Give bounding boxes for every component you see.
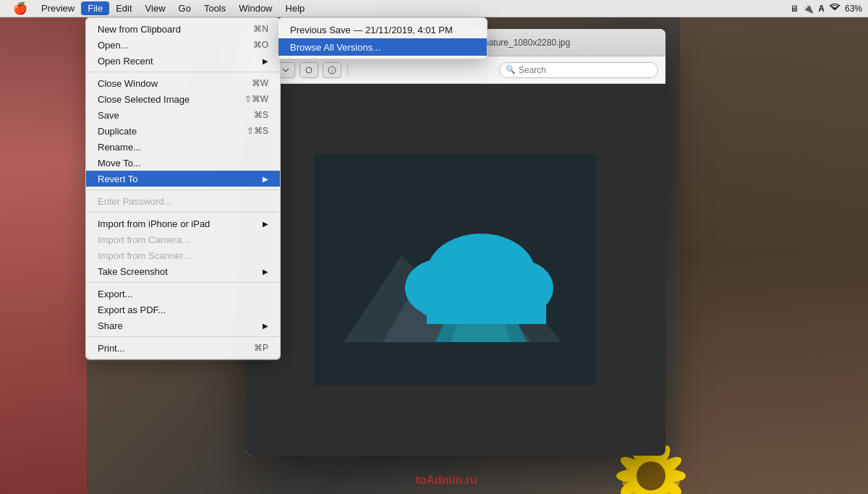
toolbar-search[interactable]: 🔍 — [499, 62, 658, 78]
monitor-icon: 🖥 — [790, 4, 799, 14]
menu-revert-to-label: Revert To — [98, 174, 137, 184]
menubar-go[interactable]: Go — [172, 1, 197, 15]
battery-plugin-icon: 🔌 — [803, 4, 814, 14]
menubar-view[interactable]: View — [139, 1, 172, 15]
menu-import-camera: Import from Camera... — [86, 231, 280, 247]
font-icon: A — [818, 4, 825, 14]
revert-to-submenu: Previous Save — 21/11/2019, 4:01 PM Brow… — [278, 17, 488, 59]
menu-import-scanner: Import from Scanner... — [86, 247, 280, 263]
search-input[interactable] — [519, 65, 652, 75]
preview-image — [315, 154, 597, 386]
menubar-tools[interactable]: Tools — [197, 1, 232, 15]
window-toolbar: i 🔍 — [246, 56, 665, 84]
menu-import-iphone-arrow: ▶ — [263, 220, 268, 228]
window-content — [246, 84, 665, 456]
menu-close-window-label: Close Window — [98, 78, 158, 89]
menu-take-screenshot-arrow: ▶ — [263, 268, 268, 276]
menu-open-recent-label: Open Recent — [98, 56, 153, 67]
menu-share[interactable]: Share ▶ — [86, 318, 280, 333]
menubar-right: 🖥 🔌 A 63% — [790, 3, 862, 14]
menu-save-label: Save — [98, 110, 119, 121]
wifi-icon — [829, 3, 841, 14]
background-left-decoration — [0, 17, 87, 494]
menu-enter-password-label: Enter Password... — [98, 196, 172, 207]
menu-revert-to[interactable]: Revert To ▶ — [86, 171, 280, 187]
menu-close-selected-shortcut: ⇧⌘W — [244, 94, 268, 104]
menu-save-shortcut: ⌘S — [254, 110, 268, 120]
menu-open-label: Open... — [98, 40, 129, 51]
menubar-file[interactable]: File — [81, 1, 109, 15]
menu-import-iphone[interactable]: Import from iPhone or iPad ▶ — [86, 216, 280, 231]
menubar-help[interactable]: Help — [279, 1, 312, 15]
svg-rect-14 — [315, 342, 597, 386]
apple-menu[interactable]: 🍎 — [6, 1, 35, 15]
menu-rename-label: Rename... — [98, 142, 141, 153]
menu-separator-5 — [86, 336, 280, 337]
menu-duplicate-label: Duplicate — [98, 126, 137, 137]
menu-move-to[interactable]: Move To... — [86, 155, 280, 171]
menu-new-clipboard[interactable]: New from Clipboard ⌘N — [86, 21, 280, 37]
menu-import-scanner-label: Import from Scanner... — [98, 250, 191, 261]
battery-percent: 63% — [845, 4, 862, 14]
menu-import-camera-label: Import from Camera... — [98, 234, 190, 245]
app-window: allpapersden.com_vector-mountains-nature… — [246, 29, 665, 456]
menu-new-clipboard-label: New from Clipboard — [98, 24, 181, 35]
menu-separator-2 — [86, 189, 280, 190]
menu-export-pdf-label: Export as PDF... — [98, 305, 166, 315]
menubar-left: 🍎 Preview File Edit View Go Tools Window… — [6, 1, 311, 15]
svg-rect-13 — [427, 295, 546, 324]
menubar-preview[interactable]: Preview — [35, 1, 81, 15]
search-icon: 🔍 — [506, 65, 516, 74]
menu-share-label: Share — [98, 320, 123, 331]
menu-new-clipboard-shortcut: ⌘N — [253, 24, 268, 34]
menubar-edit[interactable]: Edit — [109, 1, 138, 15]
menu-duplicate-shortcut: ⇧⌘S — [247, 126, 268, 136]
menu-export-pdf[interactable]: Export as PDF... — [86, 302, 280, 318]
menu-save[interactable]: Save ⌘S — [86, 107, 280, 123]
menu-take-screenshot[interactable]: Take Screenshot ▶ — [86, 263, 280, 279]
svg-point-0 — [306, 67, 312, 73]
window-main — [246, 84, 665, 456]
menu-separator-3 — [86, 212, 280, 213]
menu-duplicate[interactable]: Duplicate ⇧⌘S — [86, 123, 280, 139]
menu-previous-save[interactable]: Previous Save — 21/11/2019, 4:01 PM — [278, 21, 487, 38]
menu-close-window-shortcut: ⌘W — [252, 78, 268, 88]
menu-open-recent-arrow: ▶ — [263, 57, 268, 65]
menu-browse-versions[interactable]: Browse All Versions... — [278, 38, 487, 56]
menu-revert-to-arrow: ▶ — [263, 175, 268, 183]
toolbar-info-button[interactable]: i — [323, 62, 341, 78]
menu-import-iphone-label: Import from iPhone or iPad — [98, 218, 210, 229]
menu-close-selected[interactable]: Close Selected Image ⇧⌘W — [86, 91, 280, 107]
menu-share-arrow: ▶ — [263, 322, 268, 330]
menu-open[interactable]: Open... ⌘O — [86, 37, 280, 53]
menu-open-recent[interactable]: Open Recent ▶ — [86, 53, 280, 69]
menu-move-to-label: Move To... — [98, 158, 141, 169]
menu-previous-save-label: Previous Save — 21/11/2019, 4:01 PM — [290, 25, 453, 35]
menu-close-window[interactable]: Close Window ⌘W — [86, 75, 280, 91]
file-menu-dropdown: New from Clipboard ⌘N Open... ⌘O Open Re… — [85, 17, 281, 359]
watermark: toAdmin.ru — [415, 474, 477, 487]
menu-take-screenshot-label: Take Screenshot — [98, 266, 168, 277]
menu-export[interactable]: Export... — [86, 286, 280, 302]
menu-rename[interactable]: Rename... — [86, 139, 280, 155]
menu-enter-password: Enter Password... — [86, 193, 280, 209]
menu-separator-1 — [86, 72, 280, 72]
menu-browse-versions-label: Browse All Versions... — [290, 42, 380, 53]
toolbar-share-button[interactable] — [299, 62, 318, 78]
menu-export-label: Export... — [98, 289, 132, 299]
menu-separator-4 — [86, 282, 280, 283]
menu-open-shortcut: ⌘O — [253, 40, 268, 50]
menu-print-shortcut: ⌘P — [254, 343, 268, 353]
svg-point-29 — [637, 461, 665, 490]
svg-text:i: i — [332, 68, 333, 73]
toolbar-separator — [347, 64, 348, 77]
menubar-window[interactable]: Window — [232, 1, 278, 15]
menu-print-label: Print... — [98, 343, 125, 354]
menu-close-selected-label: Close Selected Image — [98, 94, 190, 105]
menu-print[interactable]: Print... ⌘P — [86, 340, 280, 356]
menubar: 🍎 Preview File Edit View Go Tools Window… — [0, 0, 868, 17]
